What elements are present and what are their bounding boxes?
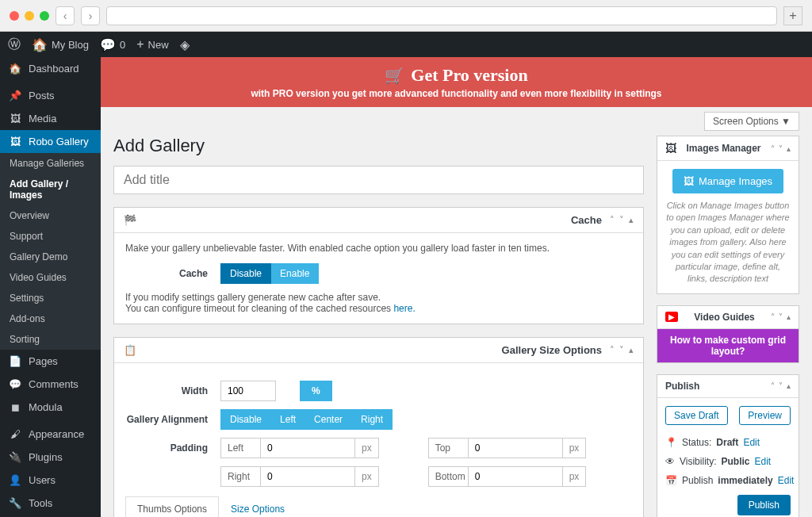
- sidebar-item-users[interactable]: 👤Users: [0, 469, 101, 492]
- comment-count: 0: [120, 39, 125, 51]
- align-left-button[interactable]: Left: [271, 409, 305, 430]
- new-tab-button[interactable]: +: [783, 6, 802, 25]
- padding-left-input[interactable]: [260, 438, 355, 458]
- panel-up-icon[interactable]: ˄: [771, 381, 775, 390]
- panel-up-icon[interactable]: ˄: [771, 312, 775, 321]
- gallery-size-panel: 📋 Gallery Size Options ˄ ˅ ▴ Wid: [113, 337, 644, 517]
- padding-unit: px: [563, 466, 587, 487]
- sidebar-item-media[interactable]: 🖼Media: [0, 107, 101, 130]
- panel-toggle-icon[interactable]: ▴: [629, 215, 634, 225]
- forward-button[interactable]: ›: [81, 6, 100, 25]
- submenu-settings[interactable]: Settings: [0, 288, 101, 308]
- submenu-sorting[interactable]: Sorting: [0, 329, 101, 350]
- tab-size-options[interactable]: Size Options: [219, 496, 297, 517]
- padding-right-input[interactable]: [260, 466, 355, 487]
- panel-toggle-icon[interactable]: ▴: [787, 144, 791, 153]
- preview-button[interactable]: Preview: [739, 406, 791, 425]
- padding-unit: px: [355, 466, 379, 487]
- visibility-label: Visibility:: [680, 456, 716, 467]
- sidebar-item-appearance[interactable]: 🖌Appearance: [0, 423, 101, 446]
- images-panel-desc: Click on Manage Images button to open Im…: [665, 200, 791, 285]
- align-center-button[interactable]: Center: [305, 409, 352, 430]
- padding-left-label: Left: [220, 438, 260, 458]
- padding-unit: px: [355, 438, 379, 458]
- submenu-gallery-demo[interactable]: Gallery Demo: [0, 247, 101, 267]
- wp-logo[interactable]: ⓦ: [8, 36, 21, 53]
- sidebar-label: Robo Gallery: [29, 136, 89, 147]
- extra-icon[interactable]: ◈: [180, 37, 190, 52]
- maximize-window[interactable]: [40, 11, 49, 21]
- video-guides-panel: ▶ Video Guides ˄˅▴ How to make custom gr…: [657, 305, 799, 363]
- cache-here-link[interactable]: here.: [393, 303, 415, 314]
- edit-visibility-link[interactable]: Edit: [754, 456, 771, 467]
- panel-up-icon[interactable]: ˄: [610, 345, 615, 355]
- manage-images-button[interactable]: 🖼Manage Images: [672, 169, 783, 193]
- cache-note1: If you modify settings gallery generate …: [125, 292, 381, 303]
- new-content[interactable]: +New: [136, 37, 168, 52]
- manage-images-label: Manage Images: [699, 175, 772, 187]
- panel-up-icon[interactable]: ˄: [610, 215, 615, 225]
- panel-down-icon[interactable]: ˅: [779, 381, 783, 390]
- width-unit-button[interactable]: %: [300, 381, 332, 401]
- sidebar-item-dashboard[interactable]: 🏠Dashboard: [0, 57, 101, 80]
- publish-button[interactable]: Publish: [737, 495, 791, 515]
- panel-down-icon[interactable]: ˅: [779, 312, 783, 321]
- dashboard-icon: 🏠: [8, 63, 22, 75]
- sidebar-item-posts[interactable]: 📌Posts: [0, 84, 101, 107]
- submenu-addons[interactable]: Add-ons: [0, 308, 101, 329]
- cache-desc: Make your gallery unbelievable faster. W…: [125, 243, 632, 254]
- panel-down-icon[interactable]: ˅: [619, 215, 624, 225]
- video-guide-link[interactable]: How to make custom grid layout?: [657, 329, 799, 362]
- wp-admin-bar: ⓦ 🏠My Blog 💬0 +New ◈: [0, 32, 812, 57]
- cache-label: Cache: [125, 268, 208, 279]
- sidebar-item-tools[interactable]: 🔧Tools: [0, 492, 101, 515]
- padding-top-input[interactable]: [468, 438, 563, 458]
- submenu-video-guides[interactable]: Video Guides: [0, 267, 101, 288]
- sidebar-label: Media: [29, 113, 56, 124]
- sidebar-item-modula[interactable]: ◼Modula: [0, 396, 101, 419]
- edit-publish-link[interactable]: Edit: [778, 475, 795, 486]
- submenu-support[interactable]: Support: [0, 226, 101, 247]
- save-draft-button[interactable]: Save Draft: [665, 406, 728, 425]
- submenu-overview[interactable]: Overview: [0, 205, 101, 226]
- sidebar-item-plugins[interactable]: 🔌Plugins: [0, 446, 101, 469]
- pro-banner[interactable]: 🛒Get Pro version with PRO version you ge…: [101, 57, 812, 107]
- traffic-lights: [10, 11, 49, 21]
- panel-down-icon[interactable]: ˅: [619, 345, 624, 355]
- align-disable-button[interactable]: Disable: [220, 409, 271, 430]
- panel-toggle-icon[interactable]: ▴: [629, 345, 634, 355]
- screen-options-button[interactable]: Screen Options ▼: [704, 112, 799, 131]
- panel-down-icon[interactable]: ˅: [779, 144, 783, 153]
- site-name-label: My Blog: [52, 39, 89, 51]
- sidebar-item-comments[interactable]: 💬Comments: [0, 373, 101, 396]
- gallery-title-input[interactable]: [113, 166, 644, 194]
- url-bar[interactable]: [106, 6, 777, 25]
- panel-toggle-icon[interactable]: ▴: [787, 312, 791, 321]
- comments-icon: 💬: [8, 378, 22, 390]
- appearance-icon: 🖌: [8, 428, 22, 440]
- panel-up-icon[interactable]: ˄: [771, 144, 775, 153]
- tab-thumbs-options[interactable]: Thumbs Options: [125, 496, 219, 517]
- cache-note2: You can configure timeout for cleaning o…: [125, 303, 393, 314]
- sidebar-label: Modula: [29, 401, 63, 413]
- panel-toggle-icon[interactable]: ▴: [787, 381, 791, 390]
- sidebar-item-pages[interactable]: 📄Pages: [0, 350, 101, 373]
- cache-disable-button[interactable]: Disable: [220, 263, 271, 284]
- minimize-window[interactable]: [25, 11, 34, 21]
- submenu-manage-galleries[interactable]: Manage Galleries: [0, 153, 101, 174]
- sidebar-label: Users: [29, 474, 56, 486]
- submenu-add-gallery[interactable]: Add Gallery / Images: [0, 174, 101, 205]
- site-name[interactable]: 🏠My Blog: [32, 37, 89, 52]
- padding-bottom-input[interactable]: [468, 466, 563, 487]
- pages-icon: 📄: [8, 355, 22, 367]
- comments-bubble[interactable]: 💬0: [100, 37, 125, 52]
- back-button[interactable]: ‹: [56, 6, 75, 25]
- close-window[interactable]: [10, 11, 19, 21]
- pin-icon: 📍: [665, 437, 677, 448]
- cache-panel: 🏁 Cache ˄ ˅ ▴ Make your gallery unbeliev…: [113, 207, 644, 324]
- sidebar-item-robo-gallery[interactable]: 🖼Robo Gallery: [0, 130, 101, 153]
- align-right-button[interactable]: Right: [352, 409, 393, 430]
- edit-status-link[interactable]: Edit: [743, 437, 760, 448]
- cache-enable-button[interactable]: Enable: [271, 263, 319, 284]
- width-input[interactable]: [220, 381, 276, 401]
